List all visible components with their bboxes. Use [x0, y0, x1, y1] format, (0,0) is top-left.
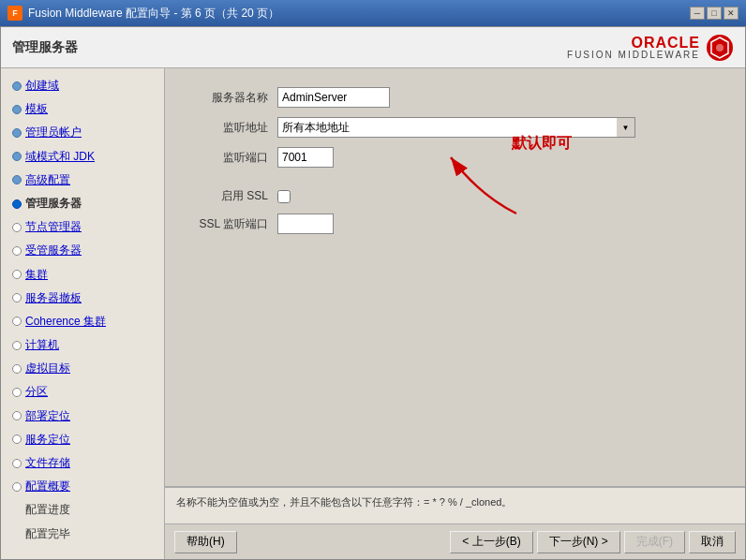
sidebar-item-admin-account[interactable]: 管理员帐户: [1, 121, 164, 144]
annotation-text: 默认即可: [512, 134, 572, 154]
sidebar-item-partition[interactable]: 分区: [1, 380, 164, 404]
ssl-port-row: SSL 监听端口: [193, 214, 726, 234]
maximize-button[interactable]: □: [707, 7, 722, 20]
ssl-enabled-checkbox[interactable]: [277, 190, 291, 203]
sidebar-item-cluster[interactable]: 集群: [1, 263, 164, 287]
bottom-note-text: 名称不能为空值或为空，并且不能包含以下任意字符：= * ? % / _clone…: [176, 496, 512, 508]
listen-port-input[interactable]: [277, 147, 334, 168]
oracle-shield-icon: [706, 34, 734, 62]
sidebar-dot: [12, 317, 22, 326]
sidebar-dot: [12, 152, 22, 161]
sidebar-item-service-targeting[interactable]: 服务定位: [1, 428, 164, 451]
sidebar-item-admin-server[interactable]: 管理服务器: [1, 192, 164, 215]
ssl-enabled-row: 启用 SSL: [193, 188, 726, 204]
minimize-button[interactable]: ─: [690, 7, 705, 20]
sidebar-item-config-complete: 配置完毕: [1, 523, 164, 546]
titlebar-buttons: ─ □ ✕: [690, 7, 739, 20]
sidebar-item-create-domain[interactable]: 创建域: [1, 74, 164, 97]
section-title: 管理服务器: [12, 39, 78, 56]
sidebar-dot: [12, 459, 22, 468]
server-name-row: 服务器名称: [193, 87, 726, 108]
sidebar-dot-active: [12, 199, 22, 209]
sidebar-item-file-store[interactable]: 文件存储: [1, 451, 164, 475]
sidebar-dot: [12, 105, 22, 114]
sidebar-dot: [12, 270, 22, 279]
sidebar-dot: [12, 128, 22, 138]
sidebar: 创建域 模板 管理员帐户 域模式和 JDK 高级配置 管理服务器: [1, 68, 165, 559]
finish-button[interactable]: 完成(F): [624, 531, 685, 553]
sidebar-dot: [12, 388, 22, 397]
next-button[interactable]: 下一步(N) >: [537, 531, 620, 553]
listen-port-label: 监听端口: [193, 150, 268, 166]
fusion-middleware-text: FUSION MIDDLEWARE: [567, 50, 700, 60]
content-area: 创建域 模板 管理员帐户 域模式和 JDK 高级配置 管理服务器: [1, 68, 745, 559]
main-panel: 服务器名称 监听地址 所有本地地址 ▼ 监听端口: [165, 68, 745, 559]
sidebar-item-deployment-targeting[interactable]: 部署定位: [1, 405, 164, 428]
close-button[interactable]: ✕: [724, 7, 739, 20]
help-button[interactable]: 帮助(H): [174, 531, 237, 553]
ssl-port-input[interactable]: [277, 214, 334, 234]
sidebar-item-machine[interactable]: 计算机: [1, 333, 164, 357]
cancel-button[interactable]: 取消: [689, 531, 736, 553]
sidebar-dot: [12, 364, 22, 374]
sidebar-dot: [12, 482, 22, 492]
sidebar-dot: [12, 81, 22, 91]
server-name-label: 服务器名称: [193, 90, 268, 106]
titlebar: F Fusion Middleware 配置向导 - 第 6 页（共 20 页）…: [0, 0, 746, 26]
header-area: 管理服务器 ORACLE FUSION MIDDLEWARE: [1, 27, 745, 68]
sidebar-item-node-manager[interactable]: 节点管理器: [1, 215, 164, 239]
sidebar-item-config-summary[interactable]: 配置概要: [1, 475, 164, 498]
sidebar-item-virtual-target[interactable]: 虚拟目标: [1, 357, 164, 380]
button-bar: 帮助(H) < 上一步(B) 下一步(N) > 完成(F) 取消: [165, 523, 745, 559]
ssl-enabled-label: 启用 SSL: [193, 188, 268, 204]
sidebar-dot: [12, 223, 22, 232]
back-button[interactable]: < 上一步(B): [450, 531, 532, 553]
sidebar-dot: [12, 341, 22, 350]
sidebar-dot: [12, 175, 22, 184]
bottom-note: 名称不能为空值或为空，并且不能包含以下任意字符：= * ? % / _clone…: [165, 486, 745, 523]
sidebar-item-managed-server[interactable]: 受管服务器: [1, 239, 164, 262]
listen-address-label: 监听地址: [193, 120, 268, 136]
sidebar-item-advanced-config[interactable]: 高级配置: [1, 169, 164, 192]
sidebar-item-coherence-cluster[interactable]: Coherence 集群: [1, 310, 164, 333]
app-icon: F: [7, 6, 22, 21]
titlebar-title: Fusion Middleware 配置向导 - 第 6 页（共 20 页）: [28, 6, 690, 22]
sidebar-item-server-template[interactable]: 服务器撤板: [1, 287, 164, 310]
listen-address-select[interactable]: 所有本地地址: [277, 117, 635, 138]
ssl-port-label: SSL 监听端口: [193, 216, 268, 232]
svg-point-3: [716, 44, 724, 52]
sidebar-dot: [12, 435, 22, 444]
listen-address-select-wrapper: 所有本地地址 ▼: [277, 117, 635, 138]
listen-port-row: 监听端口: [193, 147, 726, 168]
sidebar-dot: [12, 246, 22, 256]
sidebar-item-domain-mode-jdk[interactable]: 域模式和 JDK: [1, 145, 164, 169]
main-window: 管理服务器 ORACLE FUSION MIDDLEWARE: [0, 26, 746, 560]
sidebar-dot: [12, 411, 22, 420]
form-area: 服务器名称 监听地址 所有本地地址 ▼ 监听端口: [165, 68, 745, 486]
server-name-input[interactable]: [277, 87, 390, 108]
sidebar-dot: [12, 293, 22, 302]
sidebar-item-config-progress: 配置进度: [1, 498, 164, 522]
listen-address-row: 监听地址 所有本地地址 ▼: [193, 117, 726, 138]
sidebar-item-template[interactable]: 模板: [1, 97, 164, 121]
oracle-logo: ORACLE FUSION MIDDLEWARE: [567, 34, 734, 62]
